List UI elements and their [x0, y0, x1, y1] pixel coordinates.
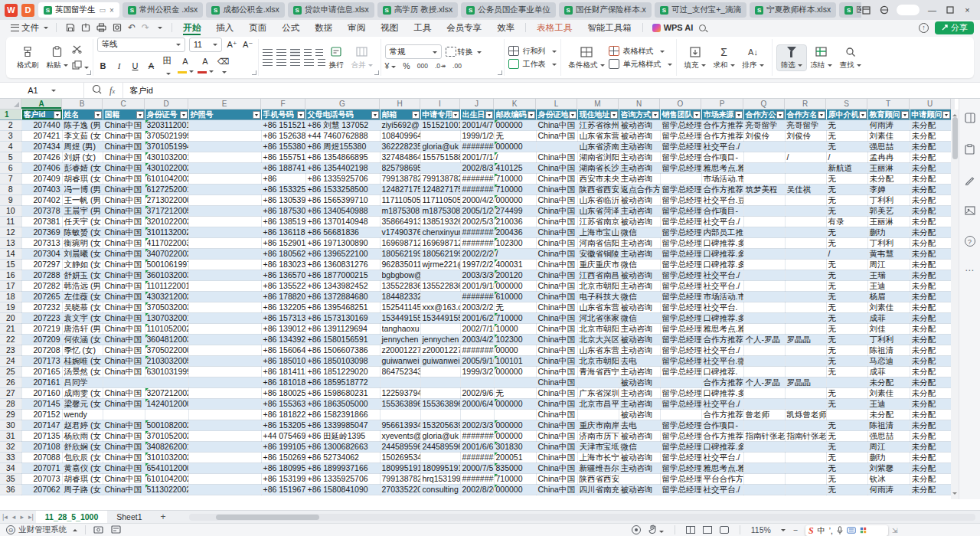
cell[interactable]: [420, 324, 460, 335]
cell[interactable]: [785, 206, 826, 217]
cell[interactable]: 王丽淋: [867, 163, 910, 174]
cell[interactable]: China中国: [536, 420, 577, 431]
file-menu[interactable]: 文件: [6, 22, 53, 34]
cell[interactable]: 1999/1/26: [460, 131, 494, 142]
cell[interactable]: ########: [460, 345, 494, 356]
cell[interactable]: 亮哥留学: [785, 120, 826, 131]
cell[interactable]: 主动咨询: [619, 281, 660, 292]
cell[interactable]: +86 13901242: [261, 324, 305, 335]
cell[interactable]: China中国: [103, 335, 145, 345]
cell[interactable]: 被动咨询: [619, 120, 660, 131]
cell[interactable]: 207403: [21, 185, 62, 195]
cell[interactable]: 去电: [619, 420, 660, 431]
cell[interactable]: China中国: [103, 131, 145, 142]
header-cell[interactable]: 咨询方式: [619, 109, 660, 120]
row-number[interactable]: 23: [0, 345, 21, 356]
cell[interactable]: [188, 270, 261, 281]
cell[interactable]: [743, 152, 785, 163]
cell[interactable]: [826, 410, 867, 420]
menu-tab-视图[interactable]: 视图: [373, 20, 406, 35]
notes-icon[interactable]: [111, 525, 121, 535]
cell[interactable]: 吴佳祺: [785, 185, 826, 195]
cell[interactable]: 000000: [494, 195, 536, 206]
cell[interactable]: [743, 174, 785, 185]
cell[interactable]: 西安市未央: [577, 174, 619, 185]
cell[interactable]: [494, 410, 536, 420]
cell[interactable]: [188, 431, 261, 442]
cell[interactable]: [785, 174, 826, 185]
cell[interactable]: [743, 356, 785, 367]
cell[interactable]: 主动咨询: [619, 249, 660, 260]
cell[interactable]: [420, 292, 460, 302]
cell[interactable]: 被动咨询: [619, 217, 660, 227]
cell[interactable]: +86 15320563: [261, 420, 305, 431]
cell[interactable]: China中国: [536, 185, 577, 195]
cell[interactable]: 799138782: [380, 174, 420, 185]
cell[interactable]: 244589596: [380, 442, 420, 453]
cell[interactable]: [660, 174, 701, 185]
cell[interactable]: 未分配: [910, 206, 951, 217]
cell[interactable]: China中国: [103, 163, 145, 174]
cell[interactable]: 陈祖清: [867, 345, 910, 356]
cell[interactable]: jennychen: [380, 335, 420, 345]
cell[interactable]: China中国: [103, 345, 145, 356]
rows-cols-button[interactable]: 行和列: [508, 46, 557, 57]
cell[interactable]: +86 13552283: [261, 281, 305, 292]
cell[interactable]: 207440: [21, 120, 62, 131]
cell[interactable]: China中国: [536, 345, 577, 356]
cell[interactable]: 口碑推荐.多: [701, 249, 743, 260]
cell[interactable]: 口碑推荐.多: [701, 260, 743, 270]
cell[interactable]: 社交平台./: [701, 485, 743, 495]
cell[interactable]: China中国: [103, 281, 145, 292]
cell[interactable]: [785, 356, 826, 367]
cell[interactable]: 630103199903020823: [145, 367, 188, 377]
cell[interactable]: China中国: [536, 485, 577, 495]
cell[interactable]: 季忆 (女): [62, 345, 103, 356]
cell[interactable]: 主动咨询: [619, 206, 660, 217]
header-cell[interactable]: 申请顾问: [910, 109, 951, 120]
cell[interactable]: 刘俊伶: [743, 131, 785, 142]
cell[interactable]: 411702200312270822: [145, 238, 188, 249]
cell[interactable]: +44 7460762888: [305, 131, 380, 142]
cell[interactable]: [743, 345, 785, 356]
cell[interactable]: 无: [826, 142, 867, 152]
cell[interactable]: 罗晶晶: [785, 377, 826, 388]
row-number[interactable]: 15: [0, 260, 21, 270]
cell[interactable]: 110105200207165451: [145, 324, 188, 335]
cell[interactable]: +86 15319918: [261, 474, 305, 485]
cell[interactable]: [785, 195, 826, 206]
cell[interactable]: 无: [826, 367, 867, 377]
cell[interactable]: 彭睿婧 (女: [62, 163, 103, 174]
cell[interactable]: 2002/8/31: [460, 163, 494, 174]
cell[interactable]: 社交平台./: [701, 281, 743, 292]
cell[interactable]: 207135: [21, 431, 62, 442]
tab-smart-toolbox[interactable]: 智能工具箱: [580, 20, 639, 35]
cell[interactable]: [785, 217, 826, 227]
cell[interactable]: 无: [826, 227, 867, 238]
cell[interactable]: 留学总经理: [660, 249, 701, 260]
cell[interactable]: 孟冉冉: [867, 152, 910, 163]
cell[interactable]: 358664913: [380, 217, 420, 227]
cell[interactable]: China中国: [536, 367, 577, 377]
cell[interactable]: +86 18056219: [261, 249, 305, 260]
cell[interactable]: 王丽淋: [867, 217, 910, 227]
cell[interactable]: [785, 238, 826, 249]
cell[interactable]: [743, 163, 785, 174]
cell[interactable]: 000000: [494, 120, 536, 131]
cell[interactable]: 370502199901260083: [145, 131, 188, 142]
cell[interactable]: z20001227: [420, 345, 460, 356]
column-header-J[interactable]: J: [460, 99, 494, 109]
cell[interactable]: 雅思考点.雅: [701, 463, 743, 474]
row-number[interactable]: 12: [0, 227, 21, 238]
cell[interactable]: 000000: [494, 399, 536, 410]
cell[interactable]: 上海市长宁: [577, 453, 619, 463]
cell[interactable]: 207421: [21, 131, 62, 142]
cell[interactable]: [577, 410, 619, 420]
cell[interactable]: 钦冰: [867, 474, 910, 485]
normal-view-icon[interactable]: [686, 526, 695, 534]
cell[interactable]: 362228235: [380, 142, 420, 152]
cell[interactable]: 200120: [494, 270, 536, 281]
cell[interactable]: +86 15575158: [261, 152, 305, 163]
ime-expand-icon[interactable]: ⇲: [892, 527, 898, 534]
cell[interactable]: 207152: [21, 410, 62, 420]
